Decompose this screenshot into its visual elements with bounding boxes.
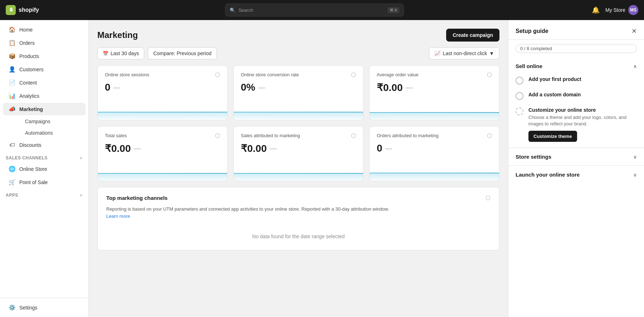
metric-info-icon[interactable]: ⬡ [351,132,356,139]
metric-header: Total sales ⬡ [105,132,220,139]
search-placeholder: Search [238,8,253,13]
sidebar-item-customers[interactable]: 👤 Customers [3,63,86,76]
chevron-down-icon: ▼ [489,51,494,56]
metric-card-average-order-value: Average order value ⬡ ₹0.00 — [369,65,499,120]
chart-fill [98,173,227,181]
sidebar-item-label: Online Store [19,166,47,172]
setup-item-customize-store: Customize your online store Choose a the… [516,107,637,142]
metric-label: Total sales [105,133,127,138]
shopify-logo-icon [6,5,16,15]
metric-info-icon[interactable]: ⬡ [487,71,492,78]
metric-value: 0% — [241,82,356,93]
sidebar-item-automations[interactable]: Automations [19,127,86,139]
customize-theme-button[interactable]: Customize theme [528,131,577,142]
search-area: 🔍 Search ⌘ K [43,4,586,16]
metric-card-total-sales: Total sales ⬡ ₹0.00 — [97,126,228,181]
sidebar-item-online-store[interactable]: 🌐 Online Store [3,163,86,175]
sell-online-chevron-icon: ∧ [633,63,637,69]
metric-value: 0 — [377,143,492,154]
apps-expand-icon[interactable]: + [79,192,83,198]
top-channels-header: Top marketing channels ⬡ [106,194,491,201]
launch-store-section: Launch your online store ∨ [508,166,644,183]
metric-value: ₹0.00 — [105,143,220,154]
sidebar-item-label: Point of Sale [19,179,48,185]
metric-header: Orders attributed to marketing ⬡ [377,132,492,139]
sidebar-item-settings[interactable]: ⚙️ Settings [3,301,86,314]
filters-bar: 📅 Last 30 days Compare: Previous period … [97,47,499,59]
metric-card-sales-attributed: Sales attributed to marketing ⬡ ₹0.00 — [233,126,364,181]
sell-online-section: Sell online ∧ Add your first product Add… [508,57,644,148]
create-campaign-button[interactable]: Create campaign [446,29,499,42]
metric-card-online-store-sessions: Online store sessions ⬡ 0 — [97,65,228,120]
metric-chart [370,159,499,181]
chart-fill [370,112,499,120]
sidebar-item-orders[interactable]: 📋 Orders [3,37,86,49]
topnav-right: 🔔 My Store MS [590,5,638,15]
shopify-logo[interactable]: shopify [6,5,39,15]
metric-info-icon[interactable]: ⬡ [215,71,220,78]
store-avatar: MS [628,5,638,15]
top-channels-icon[interactable]: ⬡ [486,194,491,201]
metric-card-conversion-rate: Online store conversion rate ⬡ 0% — [233,65,364,120]
orders-icon: 📋 [9,39,16,46]
metric-chart [234,159,363,181]
store-name: My Store [605,7,625,13]
metric-number: 0 [377,143,382,154]
launch-store-chevron-icon: ∨ [633,172,637,178]
launch-store-header[interactable]: Launch your online store ∨ [508,166,644,183]
main-layout: 🏠 Home 📋 Orders 📦 Products 👤 Customers 📄… [0,20,644,317]
sidebar-item-point-of-sale[interactable]: 🛒 Point of Sale [3,176,86,188]
sidebar-item-content[interactable]: 📄 Content [3,76,86,89]
store-button[interactable]: My Store MS [605,5,638,15]
store-settings-header[interactable]: Store settings ∨ [508,148,644,165]
compare-filter[interactable]: Compare: Previous period [148,47,217,59]
calendar-icon: 📅 [103,51,108,56]
sidebar-item-marketing[interactable]: 📣 Marketing [3,103,86,115]
metric-number: 0 [105,82,111,93]
settings-icon: ⚙️ [9,304,16,311]
chart-line [98,173,227,174]
content-icon: 📄 [9,79,16,86]
date-range-filter[interactable]: 📅 Last 30 days [97,47,144,59]
learn-more-link[interactable]: Learn more [106,213,130,219]
attribution-filter[interactable]: 📈 Last non-direct click ▼ [429,47,499,59]
metric-value: 0 — [105,82,220,93]
setup-panel-header: Setup guide ✕ [508,20,644,40]
metric-header: Online store sessions ⬡ [105,71,220,78]
campaigns-label: Campaigns [25,119,50,124]
add-domain-circle [516,92,523,100]
sidebar-item-analytics[interactable]: 📊 Analytics [3,90,86,102]
home-icon: 🏠 [9,26,16,33]
expand-icon[interactable]: + [79,155,83,161]
metric-chart [370,99,499,120]
setup-guide-panel: Setup guide ✕ 0 / 8 completed Sell onlin… [508,20,644,317]
sidebar-item-home[interactable]: 🏠 Home [3,23,86,36]
close-setup-guide-button[interactable]: ✕ [631,27,637,35]
metric-dash: — [385,144,392,153]
setup-item-content: Customize your online store Choose a the… [528,107,637,142]
metric-dash: — [406,83,413,92]
sales-channels-label: Sales channels [6,155,48,160]
online-store-icon: 🌐 [9,165,16,172]
search-shortcut: ⌘ K [387,7,399,13]
metric-info-icon[interactable]: ⬡ [487,132,492,139]
customers-icon: 👤 [9,66,16,73]
sidebar-item-campaigns[interactable]: Campaigns [19,116,86,127]
metric-number: 0% [241,82,255,93]
metric-chart [98,159,227,181]
metric-info-icon[interactable]: ⬡ [215,132,220,139]
sell-online-items: Add your first product Add a custom doma… [508,75,644,148]
metric-label: Orders attributed to marketing [377,133,439,138]
sidebar-item-discounts[interactable]: 🏷 Discounts [3,139,86,151]
launch-store-title: Launch your online store [516,172,580,178]
sidebar-item-products[interactable]: 📦 Products [3,50,86,62]
sidebar: 🏠 Home 📋 Orders 📦 Products 👤 Customers 📄… [0,20,89,317]
metric-info-icon[interactable]: ⬡ [351,71,356,78]
sell-online-section-header[interactable]: Sell online ∧ [508,57,644,75]
metric-number: ₹0.00 [377,82,403,93]
chart-line [234,112,363,112]
sidebar-item-label: Analytics [19,93,39,99]
metric-label: Online store sessions [105,72,149,77]
notifications-button[interactable]: 🔔 [590,5,601,15]
search-box[interactable]: 🔍 Search ⌘ K [225,4,404,16]
